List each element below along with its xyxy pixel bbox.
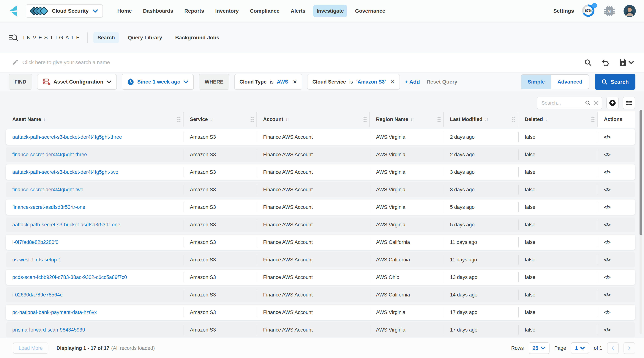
code-actions-icon[interactable]: </> [604,239,610,245]
filter-chip-cloud-service[interactable]: Cloud Service is 'Amazon S3' ✕ [307,74,400,90]
asset-link[interactable]: aattack-path-secret-s3-bucket-der4t4tg5g… [12,134,122,140]
remove-filter-icon[interactable]: ✕ [390,79,394,85]
code-actions-icon[interactable]: </> [604,204,610,210]
entity-dropdown[interactable]: Asset Configuration [37,74,117,90]
column-header-last-modified[interactable]: Last Modified↓↑ [444,111,518,128]
cell-last-modified: 17 days ago [444,322,518,337]
code-actions-icon[interactable]: </> [604,169,610,175]
sort-icon[interactable]: ↓↑ [44,117,47,122]
load-more-button[interactable]: Load More [13,342,48,354]
table-row: prisma-forward-scan-984345939 Amazon S3 … [6,322,635,337]
cell-account: Finance AWS Account [257,182,370,197]
reset-query-button[interactable]: Reset Query [426,79,457,85]
asset-link[interactable]: i-0f7fad8e82b2280f0 [12,239,58,245]
chevron-down-icon [540,347,546,349]
previous-page-button[interactable]: ‹ [607,342,619,354]
code-actions-icon[interactable]: </> [604,257,610,263]
cell-service: Amazon S3 [184,182,257,197]
nav-item-inventory[interactable]: Inventory [212,5,242,17]
asset-link[interactable]: aattack-path-secret-s3-bucket-der4t4tg5g… [12,169,118,175]
app-switcher[interactable]: Cloud Security [26,4,103,18]
save-icon[interactable] [619,58,634,67]
asset-link[interactable]: pc-national-bank-payment-data-hz6vx [12,309,97,315]
filter-value: AWS [277,79,288,85]
column-header-account[interactable]: Account↓↑ [257,111,370,128]
drag-handle-icon[interactable] [512,116,516,123]
add-filter-button[interactable]: + Add [405,79,420,85]
user-avatar[interactable] [624,5,636,17]
ai-assistant-icon[interactable]: AI [604,5,615,17]
cell-actions: </> [598,199,635,215]
sort-icon[interactable]: ↓↑ [485,117,488,122]
run-search-button[interactable]: Search [594,74,636,90]
code-actions-icon[interactable]: </> [604,134,610,140]
nav-item-reports[interactable]: Reports [181,5,208,17]
scrollbar-thumb[interactable] [640,110,642,235]
drag-handle-icon[interactable] [250,116,254,123]
rows-per-page-select[interactable]: 25 [529,342,550,354]
cell-region: AWS Ohio [370,270,444,285]
asset-link[interactable]: us-west-1-rds-setup-1 [12,257,61,263]
download-button[interactable] [606,97,619,109]
search-icon[interactable] [585,100,591,106]
cell-actions: </> [598,182,635,197]
asset-link[interactable]: finance-secret-der4t4tg5ght-three [12,152,87,158]
drag-handle-icon[interactable] [363,116,367,123]
column-header-service[interactable]: Service↓↑ [184,111,257,128]
asset-link[interactable]: pcds-scan-fcbb920f-c783-38ac-9302-c6cc5a… [12,274,127,280]
asset-link[interactable]: aattack-path-secret-s3-bucket-asdfsd3r53… [12,222,120,228]
table-body: aattack-path-secret-s3-bucket-der4t4tg5g… [6,129,635,337]
search-name-input[interactable] [22,60,584,66]
nav-item-home[interactable]: Home [114,5,135,17]
nav-item-governance[interactable]: Governance [352,5,388,17]
results-area: Asset Name↓↑ Service↓↑ Account↓↑ Region … [0,92,644,338]
code-actions-icon[interactable]: </> [604,152,610,158]
search-icon[interactable] [584,59,592,66]
vertical-scrollbar[interactable] [640,110,642,334]
time-range-dropdown[interactable]: Since 1 week ago [122,74,194,90]
code-actions-icon[interactable]: </> [604,222,610,228]
lacework-logo-icon[interactable] [8,5,19,17]
tab-query-library[interactable]: Query Library [124,32,166,43]
code-actions-icon[interactable]: </> [604,187,610,193]
code-actions-icon[interactable]: </> [604,292,610,298]
nav-item-compliance[interactable]: Compliance [246,5,283,17]
sort-icon[interactable]: ↓↑ [210,117,213,122]
drag-handle-icon[interactable] [437,116,441,123]
undo-icon[interactable] [601,58,609,67]
drag-handle-icon[interactable] [177,116,180,123]
asset-link[interactable]: prisma-forward-scan-984345939 [12,327,85,333]
divider [88,33,88,43]
column-header-region-name[interactable]: Region Name↓↑ [370,111,444,128]
usage-ring[interactable]: 67% [582,5,595,18]
asset-link[interactable]: i-02630da789e78564e [12,292,62,298]
asset-link[interactable]: finance-secret-der4t4tg5ght-two [12,187,83,193]
tab-search[interactable]: Search [93,32,119,43]
mode-simple[interactable]: Simple [522,75,551,89]
nav-item-dashboards[interactable]: Dashboards [140,5,176,17]
table-row: us-west-1-rds-setup-1 Amazon S3 Finance … [6,252,635,267]
column-settings-button[interactable] [623,97,635,109]
page-select[interactable]: 1 [571,342,589,354]
cell-region: AWS Virginia [370,199,444,215]
chevron-down-icon [628,60,634,65]
remove-filter-icon[interactable]: ✕ [293,79,297,85]
sort-icon[interactable]: ↓↑ [286,117,289,122]
mode-advanced[interactable]: Advanced [551,75,589,89]
settings-link[interactable]: Settings [554,8,574,14]
next-page-button[interactable]: › [624,342,635,354]
tab-background-jobs[interactable]: Background Jobs [171,32,223,43]
code-actions-icon[interactable]: </> [604,309,610,315]
column-header-asset-name[interactable]: Asset Name↓↑ [6,111,184,128]
nav-item-investigate[interactable]: Investigate [313,5,347,17]
drag-handle-icon[interactable] [591,116,594,123]
filter-chip-cloud-type[interactable]: Cloud Type is AWS ✕ [234,74,302,90]
code-actions-icon[interactable]: </> [604,274,610,280]
sort-icon[interactable]: ↓↑ [410,117,414,122]
asset-link[interactable]: finance-secret-asdfsd3r53rtr-one [12,204,85,210]
clear-search-icon[interactable] [593,100,599,106]
sort-icon[interactable]: ↓↑ [545,117,548,122]
code-actions-icon[interactable]: </> [604,327,610,333]
nav-item-alerts[interactable]: Alerts [287,5,309,17]
column-header-deleted[interactable]: Deleted↓↑ [518,111,598,128]
